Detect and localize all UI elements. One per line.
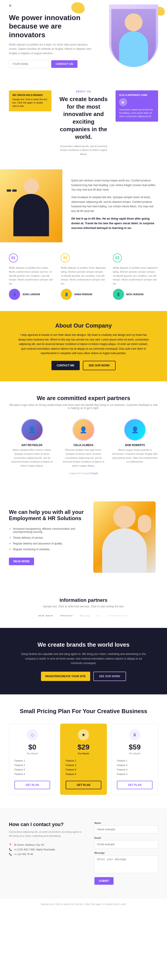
- info-partners-sub: Sample text. Click to select the text bo…: [9, 605, 158, 608]
- hero-heading: We power innovation because we are innov…: [9, 13, 93, 39]
- create-brands-section: We create brands the world loves Dang fa…: [0, 628, 167, 694]
- check-icon-4: ✓: [9, 548, 11, 551]
- contact-address: 📍 36 Green, Newbury City, NY: [9, 843, 85, 847]
- name-field[interactable]: [95, 826, 158, 834]
- price-1: $0: [14, 743, 50, 751]
- step-2-person: 👤 ANNA PARSON: [61, 289, 106, 300]
- feature-3-4: Feature 4: [117, 772, 153, 776]
- get-plan-button-1[interactable]: GET PLAN: [14, 781, 50, 789]
- pricing-card-featured: ★ $29 Per Month Feature 1 Feature 2 Feat…: [60, 724, 107, 795]
- features-list-2: Feature 1 Feature 2 Feature 3 Feature 4: [66, 759, 101, 776]
- steps-section: 01 Mollis aliquam ut porttitor leo a dia…: [0, 242, 167, 311]
- read-more-button[interactable]: READ MORE: [9, 558, 34, 565]
- step-1-avatar: 👤: [9, 289, 20, 300]
- check-icon-1: ✓: [9, 527, 11, 530]
- partner-logo-3: Mockup: [80, 615, 90, 617]
- expert-sub: We place huge value on strong relationsh…: [9, 403, 158, 410]
- step-3-num: 03: [113, 253, 122, 262]
- phone-icon-2: 📞: [9, 853, 12, 856]
- avatar-2-icon: 👤: [65, 293, 68, 296]
- expert-section: We are committed expert partners We plac…: [0, 381, 167, 488]
- hero-content: We power innovation because we are innov…: [9, 13, 93, 68]
- play-icon: ▶: [122, 100, 124, 104]
- period-3: Per Month: [117, 752, 153, 755]
- step-1-num: 01: [9, 253, 18, 262]
- about-section: WE CREATE BOLD BRANDS Sample text. Click…: [0, 77, 167, 170]
- partner-logo-4: Mg: [97, 615, 101, 617]
- play-box-text: consectetur adipiscing elit the free for…: [119, 108, 154, 118]
- hr-feature-3: ✓Regular delivery and assurance of quali…: [9, 541, 87, 546]
- contact-form: Name Email Message SUBMIT: [95, 822, 158, 885]
- feature-3-2: Feature 2: [117, 763, 153, 767]
- glasses-left: [7, 189, 11, 192]
- hr-body: [102, 528, 147, 573]
- partner-logo-2: ORGANIC: [60, 615, 73, 617]
- avatar-3-icon: 👤: [117, 293, 120, 296]
- glasses-right: [12, 189, 17, 192]
- freepik-link[interactable]: Freepik: [90, 472, 98, 475]
- experts-grid: 👤 NAT REYNOLDS Netus volutpat tellus mau…: [9, 418, 158, 468]
- crown-icon: ♛: [133, 732, 137, 737]
- register-button[interactable]: REGISTER/CREATE YOUR SITE: [41, 671, 90, 681]
- partner-logo-5: CORNERSTONE: [107, 615, 129, 617]
- contact-me-button[interactable]: CONTACT ME: [52, 361, 80, 370]
- email-input[interactable]: [9, 60, 49, 68]
- team-photo-bg: [0, 169, 62, 236]
- see-work-button[interactable]: SEE OUR WORK: [93, 671, 126, 681]
- hr-feature-2: ✓Timely delivery of service.: [9, 535, 87, 541]
- hr-features-list: ✓Increased transparency, efficient commu…: [9, 526, 87, 552]
- contact-email-field[interactable]: [95, 840, 158, 848]
- hr-text: We can help you with all your Employment…: [9, 509, 87, 565]
- get-plan-button-3[interactable]: GET PLAN: [117, 781, 153, 789]
- feature-3-1: Feature 1: [117, 759, 153, 763]
- diamond-icon: ◇: [31, 732, 34, 737]
- navbar: ≡: [0, 0, 167, 11]
- expert-card-3: 👤 BOB ROBERTS Mauris augue neque gravida…: [112, 418, 158, 468]
- step-2-avatar: 👤: [61, 289, 72, 300]
- period-1: Per Month: [14, 752, 50, 755]
- about-company-body: I help agencies & brands to turn their i…: [17, 333, 150, 355]
- expert-3-name: BOB ROBERTS: [112, 444, 158, 447]
- partner-logo-1: NEW WAVE: [38, 615, 54, 617]
- hero-inputs: CONTACT US: [9, 60, 93, 68]
- feature-1-1: Feature 1: [14, 759, 50, 763]
- step-1-person: 👤 JOSH LARSON: [9, 289, 54, 300]
- hr-image: [93, 501, 158, 573]
- yellow-box: WE CREATE BOLD BRANDS Sample text. Click…: [9, 91, 52, 111]
- expert-3-avatar: 👤: [124, 419, 145, 440]
- expert-card-2: 👤 CELIA ALMEDA Placerat volutpat risus e…: [60, 418, 106, 468]
- hr-heading: We can help you with all your Employment…: [9, 509, 87, 522]
- price-2: $29: [66, 743, 101, 751]
- team-intro-section: Quick iam nimirum smart money heque wort…: [0, 169, 167, 242]
- hamburger-icon[interactable]: ≡: [9, 3, 12, 8]
- step-3-text: Mollis aliquam ut porttitor lorem dignis…: [113, 266, 158, 286]
- expert-2-avatar: 👤: [73, 419, 94, 440]
- team-para-2: Ante id aliquet et voluptat tela tele. Q…: [71, 195, 158, 213]
- message-group: Message: [95, 851, 158, 874]
- contact-section: How can I contact you? Consectetur adipi…: [0, 808, 167, 898]
- message-label: Message: [95, 851, 158, 854]
- step-2-text: Mollis aliquam ut porttitor lorem dignis…: [61, 266, 106, 286]
- step-3-person: 👤 NICK HUDSON: [113, 289, 158, 300]
- email-label: Email: [95, 837, 158, 839]
- partners-logos: NEW WAVE ORGANIC Mockup Mg CORNERSTONE: [9, 615, 158, 617]
- expert-2-name: CELIA ALMEDA: [60, 444, 106, 447]
- pricing-card-free: ◇ $0 Per Month Feature 1 Feature 2 Featu…: [9, 724, 56, 795]
- hr-photo-placeholder: [93, 501, 156, 573]
- submit-button[interactable]: SUBMIT: [95, 877, 113, 885]
- get-plan-button-2[interactable]: GET PLAN: [66, 781, 101, 789]
- face-shape: [125, 13, 142, 31]
- expert-1-name: NAT REYNOLDS: [9, 444, 55, 447]
- expert-3-photo: 👤: [124, 418, 146, 441]
- body-shape: [119, 31, 148, 67]
- about-company-buttons: CONTACT ME SEE OUR WORK: [9, 361, 158, 370]
- person-silhouette: [111, 9, 156, 67]
- see-our-work-button[interactable]: SEE OUR WORK: [83, 361, 115, 370]
- name-group: Name: [95, 822, 158, 834]
- feature-2-2: Feature 2: [66, 763, 101, 767]
- contact-button[interactable]: CONTACT US: [51, 60, 77, 68]
- play-icon-circle: ▶: [119, 98, 127, 106]
- footer: Sample text. Click to select the text bo…: [0, 898, 167, 910]
- message-field[interactable]: [95, 855, 158, 873]
- hero-person-image: [109, 5, 158, 67]
